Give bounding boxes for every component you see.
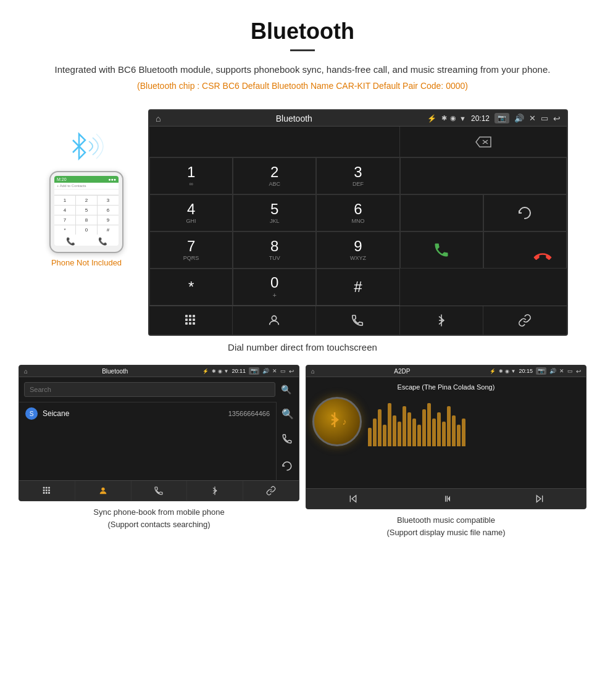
home-icon[interactable]: ⌂	[156, 114, 161, 123]
close-icon-small[interactable]: ✕	[272, 368, 277, 374]
svg-rect-18	[46, 487, 48, 489]
dial-key-6[interactable]: 6 MNO	[316, 194, 399, 231]
play-pause-icon	[441, 494, 452, 504]
dial-key-5[interactable]: 5 JKL	[233, 194, 316, 231]
volume-icon-music[interactable]: 🔊	[549, 368, 556, 374]
bluetooth-small-button[interactable]	[187, 481, 243, 501]
svg-marker-0	[79, 134, 85, 159]
answer-call-button[interactable]	[400, 231, 483, 269]
prev-button[interactable]	[306, 489, 399, 509]
bluetooth-button[interactable]	[400, 306, 483, 335]
back-icon-music[interactable]: ↩	[576, 368, 581, 375]
next-button[interactable]	[493, 489, 586, 509]
dial-empty-1	[400, 157, 567, 194]
end-call-button[interactable]	[483, 231, 567, 269]
vis-bar	[403, 406, 406, 446]
next-icon	[534, 494, 545, 504]
window-icon[interactable]: ▭	[541, 114, 548, 123]
key-num: 2	[270, 165, 278, 180]
vis-bar	[462, 419, 465, 446]
camera-icon[interactable]: 📷	[494, 113, 509, 123]
window-icon-music[interactable]: ▭	[567, 368, 573, 374]
volume-icon-small[interactable]: 🔊	[262, 368, 269, 374]
location-icon: ◉	[450, 114, 456, 122]
dial-key-3[interactable]: 3 DEF	[316, 157, 399, 194]
dial-key-0[interactable]: 0 +	[233, 269, 316, 306]
dial-key-1[interactable]: 1 ∞	[149, 157, 233, 194]
key-num: 0	[270, 275, 278, 290]
search-icon[interactable]: 🔍	[278, 382, 294, 397]
usb-icon-music: ⚡	[490, 369, 496, 374]
dial-input[interactable]	[149, 127, 400, 157]
vis-bar	[457, 425, 461, 446]
call-log-button[interactable]	[316, 306, 399, 335]
search-side-icon[interactable]: 🔍	[282, 408, 294, 420]
search-input[interactable]	[24, 382, 275, 397]
dial-key-star[interactable]: *	[149, 269, 233, 306]
call-side-icon[interactable]	[282, 433, 294, 447]
dial-key-2[interactable]: 2 ABC	[233, 157, 316, 194]
answer-call-icon	[433, 241, 450, 259]
album-art: ♪	[312, 397, 362, 446]
dial-key-9[interactable]: 9 WXYZ	[316, 231, 399, 269]
link-button[interactable]	[483, 306, 567, 335]
phonebook-search-area: 🔍	[19, 377, 299, 402]
phone-add-contact: + Add to Contacts	[54, 183, 119, 190]
link-small-icon	[266, 486, 276, 496]
volume-icon[interactable]: 🔊	[514, 114, 524, 123]
back-icon-small[interactable]: ↩	[289, 368, 294, 375]
vis-bar	[417, 425, 421, 446]
home-icon-music[interactable]: ⌂	[311, 368, 315, 375]
play-pause-button[interactable]	[399, 489, 493, 509]
music-status-bar: ⌂ A2DP ⚡ ✱◉▼ 20:15 📷 🔊 ✕ ▭ ↩	[306, 365, 586, 377]
refresh-button[interactable]	[483, 194, 567, 231]
vis-bar	[442, 422, 446, 446]
status-icons: ✱ ◉ ▼	[441, 114, 466, 122]
svg-rect-13	[189, 322, 191, 325]
phone-dialpad: 123 456 789 *0#	[54, 195, 119, 235]
dial-key-8[interactable]: 8 TUV	[233, 231, 316, 269]
svg-point-26	[101, 488, 104, 491]
contact-name: Seicane	[43, 409, 228, 418]
phonebook-status-icons: ✱◉▼	[212, 369, 229, 374]
dial-key-4[interactable]: 4 GHI	[149, 194, 233, 231]
music-bt-symbol	[328, 411, 341, 432]
page-title: Bluetooth	[25, 19, 580, 44]
window-icon-small[interactable]: ▭	[280, 368, 286, 374]
screen-title: Bluetooth	[165, 114, 422, 123]
svg-rect-10	[189, 319, 191, 321]
call-small-button[interactable]	[131, 481, 188, 501]
contact-row[interactable]: S Seicane 13566664466	[19, 402, 276, 425]
dial-key-7[interactable]: 7 PQRS	[149, 231, 233, 269]
contacts-small-button[interactable]	[75, 481, 131, 501]
close-icon[interactable]: ✕	[529, 114, 536, 123]
key-letters: DEF	[353, 181, 364, 187]
contacts-button[interactable]	[233, 306, 316, 335]
camera-icon-small[interactable]: 📷	[249, 367, 259, 375]
dialpad-small-button[interactable]	[19, 481, 75, 501]
key-letters: PQRS	[183, 255, 199, 261]
home-icon-small[interactable]: ⌂	[24, 368, 28, 375]
car-status-bar: ⌂ Bluetooth ⚡ ✱ ◉ ▼ 20:12 📷 🔊 ✕ ▭ ↩	[149, 110, 567, 127]
svg-rect-22	[48, 490, 50, 491]
close-icon-music[interactable]: ✕	[559, 368, 564, 374]
dialpad-grid: 1 ∞ 2 ABC 3 DEF 4 GHI 5 JKL 6	[149, 127, 567, 306]
phonebook-panel: ⌂ Bluetooth ⚡ ✱◉▼ 20:11 📷 🔊 ✕ ▭ ↩	[19, 365, 299, 538]
dial-key-hash[interactable]: #	[316, 269, 399, 306]
song-title: Escape (The Pina Colada Song)	[398, 383, 495, 391]
dialpad-small-icon	[43, 486, 51, 495]
svg-rect-12	[185, 322, 188, 325]
vis-bar	[412, 419, 416, 446]
phonebook-status-bar: ⌂ Bluetooth ⚡ ✱◉▼ 20:11 📷 🔊 ✕ ▭ ↩	[19, 365, 299, 377]
page-header: Bluetooth Integrated with BC6 Bluetooth …	[0, 0, 605, 109]
key-letters: TUV	[269, 255, 280, 261]
camera-icon-music[interactable]: 📷	[536, 367, 546, 375]
phonebook-screen-title: Bluetooth	[31, 368, 199, 375]
dialpad-button[interactable]	[149, 306, 233, 335]
link-small-button[interactable]	[243, 481, 299, 501]
refresh-side-icon[interactable]	[282, 460, 294, 474]
back-icon[interactable]: ↩	[553, 114, 561, 123]
backspace-button[interactable]	[400, 127, 567, 157]
bluetooth-small-icon	[211, 486, 219, 496]
music-screen: ⌂ A2DP ⚡ ✱◉▼ 20:15 📷 🔊 ✕ ▭ ↩ Escape (The…	[306, 365, 586, 509]
